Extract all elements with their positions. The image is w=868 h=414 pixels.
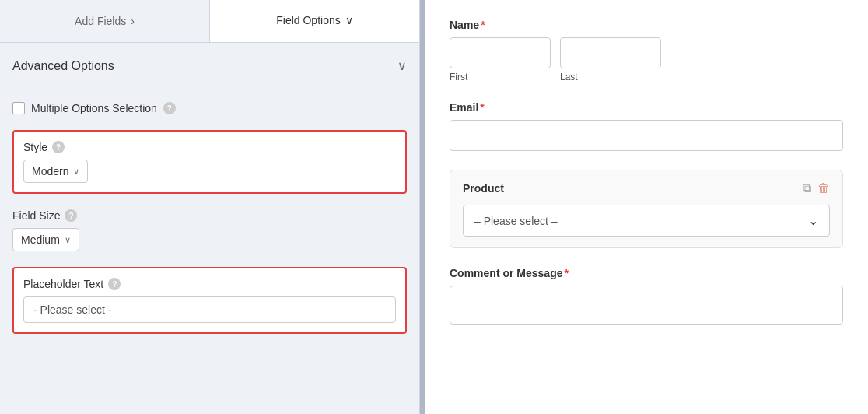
email-required-star: * — [480, 101, 484, 114]
placeholder-help-icon[interactable]: ? — [108, 278, 121, 290]
trash-icon[interactable]: 🗑 — [817, 181, 830, 195]
comment-label-text: Comment or Message — [450, 267, 562, 279]
style-help-icon[interactable]: ? — [52, 141, 65, 153]
placeholder-text-input[interactable] — [23, 296, 396, 323]
placeholder-label-row: Placeholder Text ? — [23, 278, 396, 290]
right-panel: Name * First Last Email * Product ⧉ — [425, 0, 868, 414]
email-form-field: Email * — [450, 101, 843, 151]
product-select-arrow-icon: ⌄ — [808, 213, 818, 228]
email-label-text: Email — [450, 101, 478, 114]
last-name-label: Last — [560, 72, 661, 82]
last-name-wrap: Last — [560, 37, 661, 82]
multiple-options-checkbox[interactable] — [12, 102, 25, 114]
tab-field-options-label: Field Options — [276, 14, 340, 26]
first-name-wrap: First — [450, 37, 551, 82]
advanced-options-chevron[interactable]: ∨ — [397, 58, 407, 73]
first-name-input[interactable] — [450, 37, 551, 68]
field-size-label-row: Field Size ? — [12, 209, 407, 222]
name-form-label: Name * — [450, 19, 843, 31]
product-section: Product ⧉ 🗑 – Please select – ⌄ — [450, 170, 843, 248]
name-label-text: Name — [450, 19, 479, 31]
placeholder-label: Placeholder Text — [23, 278, 103, 290]
section-divider — [12, 86, 407, 86]
comment-form-field: Comment or Message * — [450, 267, 843, 325]
advanced-options-title: Advanced Options — [12, 59, 114, 73]
product-actions: ⧉ 🗑 — [803, 181, 830, 195]
style-field-group: Style ? Modern ∨ — [12, 130, 407, 194]
style-label: Style — [23, 141, 47, 153]
product-header: Product ⧉ 🗑 — [463, 181, 830, 195]
panel-content: Advanced Options ∨ Multiple Options Sele… — [0, 43, 419, 365]
field-size-group: Field Size ? Medium ∨ — [12, 209, 407, 251]
copy-icon[interactable]: ⧉ — [803, 181, 811, 195]
field-size-help-icon[interactable]: ? — [65, 209, 77, 222]
comment-input[interactable] — [450, 286, 843, 325]
tab-add-fields-label: Add Fields — [75, 15, 126, 27]
style-dropdown[interactable]: Modern ∨ — [23, 160, 88, 183]
last-name-input[interactable] — [560, 37, 661, 68]
tabs: Add Fields › Field Options ∨ — [0, 0, 419, 43]
first-name-label: First — [450, 72, 551, 82]
multiple-options-row: Multiple Options Selection ? — [12, 102, 407, 114]
name-inputs-row: First Last — [450, 37, 843, 82]
style-dropdown-arrow: ∨ — [73, 167, 79, 177]
name-required-star: * — [481, 19, 485, 31]
tab-field-options[interactable]: Field Options ∨ — [210, 0, 419, 42]
product-label: Product — [463, 182, 504, 195]
email-input[interactable] — [450, 120, 843, 151]
multiple-options-label: Multiple Options Selection — [31, 102, 157, 114]
tab-add-fields[interactable]: Add Fields › — [0, 0, 210, 42]
style-label-row: Style ? — [23, 141, 396, 153]
style-dropdown-value: Modern — [32, 165, 68, 177]
field-size-dropdown[interactable]: Medium ∨ — [12, 228, 79, 251]
comment-form-label: Comment or Message * — [450, 267, 843, 279]
field-size-label: Field Size — [12, 209, 60, 222]
email-form-label: Email * — [450, 101, 843, 114]
product-select-placeholder: – Please select – — [474, 215, 558, 227]
left-panel: Add Fields › Field Options ∨ Advanced Op… — [0, 0, 420, 414]
advanced-options-header: Advanced Options ∨ — [12, 58, 407, 73]
field-size-dropdown-value: Medium — [21, 233, 60, 246]
name-form-field: Name * First Last — [450, 19, 843, 82]
tab-add-fields-arrow: › — [131, 15, 135, 27]
product-select-dropdown[interactable]: – Please select – ⌄ — [463, 205, 830, 237]
placeholder-field-group: Placeholder Text ? — [12, 267, 407, 334]
tab-field-options-arrow: ∨ — [345, 14, 353, 26]
field-size-dropdown-arrow: ∨ — [65, 235, 71, 245]
multiple-options-help-icon[interactable]: ? — [163, 102, 176, 114]
comment-required-star: * — [564, 267, 568, 279]
